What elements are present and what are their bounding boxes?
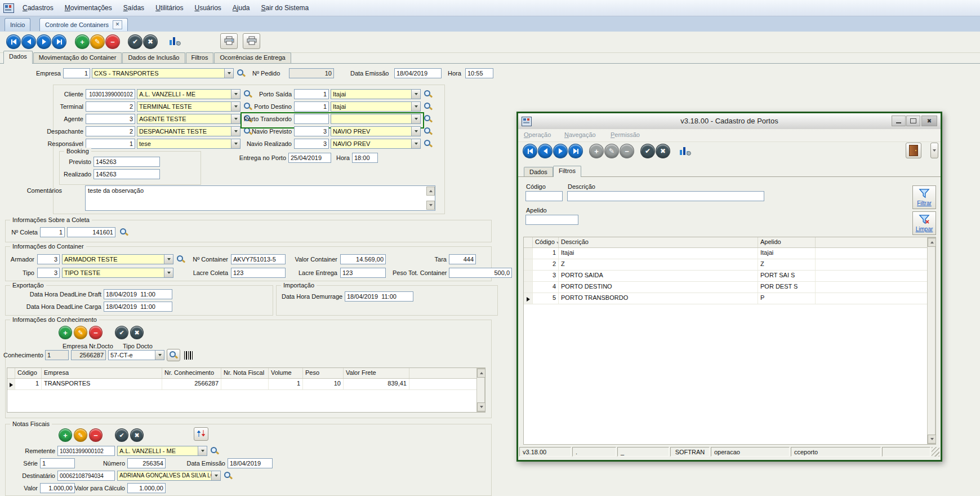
dialog-codigo-input[interactable] [525, 191, 563, 201]
last-record-button[interactable] [52, 34, 66, 49]
search-icon[interactable] [424, 139, 433, 148]
chart-icon[interactable] [679, 145, 692, 157]
search-icon[interactable] [424, 90, 433, 99]
dialog-menu-permissao[interactable]: Permissão [611, 131, 640, 138]
header-volume[interactable]: Volume [269, 368, 303, 378]
porto-saida-combo[interactable]: Itajai [331, 89, 421, 99]
print-button[interactable] [220, 33, 238, 49]
tab-dados[interactable]: Dados [3, 51, 33, 64]
chevron-down-icon[interactable] [155, 351, 164, 360]
tab-controle-de-containers[interactable]: Controle de Containers ✕ [39, 18, 128, 31]
search-icon[interactable] [210, 446, 219, 455]
dialog-next-record-button[interactable] [553, 144, 568, 158]
conhecimento-confirm-button[interactable]: ✔ [115, 326, 128, 339]
dialog-add-button[interactable]: + [589, 144, 604, 158]
search-icon[interactable] [119, 228, 128, 237]
table-row[interactable]: 1 Itajai Itajai [524, 248, 936, 259]
coleta-num-input[interactable] [40, 227, 65, 237]
navio-previsto-combo[interactable]: NAVIO PREV [331, 126, 421, 136]
chevron-down-icon[interactable] [411, 90, 420, 99]
chevron-down-icon[interactable] [164, 255, 173, 264]
tab-ocorrencias-de-entrega[interactable]: Ocorrências de Entrega [214, 52, 291, 63]
search-icon[interactable] [424, 127, 433, 136]
search-icon[interactable] [237, 69, 246, 78]
dialog-cancel-button[interactable]: ✖ [656, 144, 670, 158]
search-icon[interactable] [424, 114, 433, 123]
empresa-combo[interactable]: CXS - TRANSPORTES [92, 68, 234, 78]
coleta-code-input[interactable] [67, 227, 115, 237]
scroll-down-icon[interactable] [928, 435, 936, 444]
porto-saida-code-input[interactable] [294, 89, 329, 99]
table-row[interactable]: 3 PORTO SAIDA PORT SAI S [524, 271, 936, 282]
scroll-up-icon[interactable] [928, 238, 936, 247]
menu-item-sair[interactable]: Sair do Sistema [256, 2, 315, 14]
deadline-carga-input[interactable] [104, 302, 172, 312]
tara-input[interactable] [449, 254, 476, 264]
next-record-button[interactable] [37, 34, 51, 49]
memo-scrollbar[interactable] [426, 186, 435, 210]
close-tab-icon[interactable]: ✕ [113, 20, 122, 29]
minimize-button[interactable] [892, 116, 906, 126]
conhecimento-cancel-button[interactable]: ✖ [130, 326, 144, 339]
porto-destino-combo[interactable]: Itajai [331, 101, 421, 112]
limpar-button[interactable]: Limpar [912, 211, 936, 235]
dialog-apelido-input[interactable] [525, 215, 578, 225]
notas-delete-button[interactable]: − [89, 428, 103, 442]
hora-input[interactable] [465, 68, 493, 78]
header-codigo[interactable]: Código [15, 368, 42, 378]
serie-input[interactable] [40, 458, 75, 468]
entrega-data-input[interactable] [288, 153, 331, 163]
chevron-down-icon[interactable] [411, 102, 420, 111]
tipo-combo[interactable]: TIPO TESTE [62, 268, 173, 278]
despachante-code-input[interactable] [86, 126, 135, 136]
table-row[interactable]: 5 PORTO TRANSBORDO P [524, 293, 936, 304]
dialog-last-record-button[interactable] [568, 144, 583, 158]
barcode-icon[interactable] [184, 351, 194, 360]
menu-item-movimentacoes[interactable]: Movimentações [59, 2, 118, 14]
demurrage-input[interactable] [345, 291, 413, 302]
filtrar-button[interactable]: Filtrar [912, 185, 936, 209]
close-button[interactable]: ✖ [921, 116, 937, 126]
menu-item-ajuda[interactable]: Ajuda [227, 2, 256, 14]
search-icon[interactable] [424, 102, 433, 111]
toolbar-more-chevron[interactable] [930, 143, 938, 158]
valor-container-input[interactable] [340, 254, 386, 264]
tab-inicio[interactable]: Início [5, 18, 30, 31]
conhecimento-edit-button[interactable]: ✎ [74, 326, 87, 339]
armador-combo[interactable]: ARMADOR TESTE [62, 254, 173, 264]
deadline-draft-input[interactable] [104, 289, 172, 299]
porto-destino-code-input[interactable] [294, 101, 329, 112]
header-valor-frete[interactable]: Valor Frete [344, 368, 409, 378]
comentarios-memo[interactable]: teste da observação [85, 185, 435, 211]
responsavel-code-input[interactable] [86, 139, 135, 149]
menu-item-utilitarios[interactable]: Utilitários [150, 2, 189, 14]
remetente-code-input[interactable] [57, 446, 115, 456]
remetente-combo[interactable]: A.L. VANZELLI - ME [117, 446, 207, 456]
header-apelido[interactable]: Apelido [758, 237, 816, 247]
empresa-code-input[interactable] [63, 68, 90, 78]
search-icon[interactable] [224, 471, 233, 480]
porto-transbordo-code-input[interactable] [294, 114, 329, 124]
tab-filtros[interactable]: Filtros [186, 52, 214, 63]
dialog-previous-record-button[interactable] [538, 144, 553, 158]
notas-cancel-button[interactable]: ✖ [130, 428, 144, 442]
dialog-tab-filtros[interactable]: Filtros [553, 166, 581, 177]
n-container-input[interactable] [231, 254, 286, 264]
table-row[interactable]: 1 TRANSPORTES 2566287 1 10 839,41 [7, 379, 485, 390]
tipo-code-input[interactable] [37, 268, 60, 278]
tab-movimentacao-do-container[interactable]: Movimentação do Container [33, 52, 122, 63]
previous-record-button[interactable] [21, 34, 36, 49]
cliente-code-input[interactable] [86, 89, 135, 99]
porto-transbordo-combo[interactable] [331, 114, 421, 124]
table-row[interactable]: 4 PORTO DESTINO POR DEST S [524, 282, 936, 293]
data-emissao-input[interactable] [394, 68, 442, 78]
navio-previsto-code-input[interactable] [294, 126, 329, 136]
destinatario-code-input[interactable] [57, 471, 115, 481]
chevron-down-icon[interactable] [198, 446, 207, 455]
booking-realizado-input[interactable] [93, 169, 160, 179]
tab-dados-de-inclusao[interactable]: Dados de Inclusão [122, 52, 185, 63]
notas-add-button[interactable]: + [59, 428, 72, 442]
scroll-down-icon[interactable] [426, 201, 435, 210]
nf-data-emissao-input[interactable] [228, 458, 273, 468]
dialog-descricao-input[interactable] [567, 191, 764, 201]
